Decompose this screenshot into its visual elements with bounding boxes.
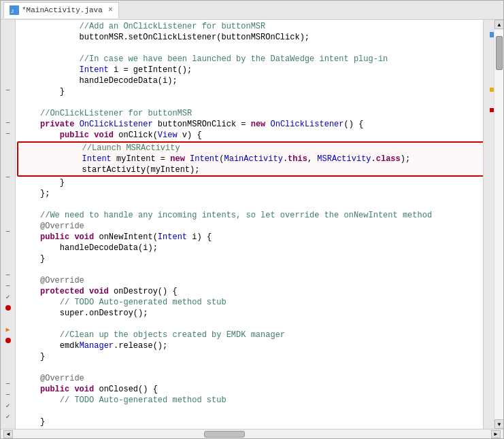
marker-cell: [1, 139, 15, 150]
h-scrollbar-thumb[interactable]: [204, 431, 245, 438]
marker-cell: −: [1, 270, 15, 281]
tab-close-button[interactable]: ×: [108, 5, 113, 15]
scroll-left-button[interactable]: ◀: [3, 430, 13, 438]
code-line: //In case we have been launched by the D…: [16, 54, 483, 65]
marker-cell: −: [1, 172, 15, 183]
marker-cell: ▶: [1, 324, 15, 335]
marker-cell: [1, 41, 15, 52]
code-line: Intent i = getIntent();: [16, 65, 483, 75]
marker-cell: [1, 302, 15, 313]
code-line: };: [16, 188, 483, 199]
horizontal-scrollbar[interactable]: [13, 430, 491, 438]
marker-cell: [1, 150, 15, 161]
marker-cell: [1, 63, 15, 74]
marker-cell: [1, 368, 15, 379]
marker-cell: −: [1, 281, 15, 292]
side-panel: [483, 20, 494, 429]
code-line: public void onNewIntent(Intent i) {: [16, 232, 483, 243]
code-line: }: [16, 86, 483, 97]
code-line: [16, 264, 483, 275]
tab-label: *MainActivity.java: [22, 6, 103, 14]
code-line: // TODO Auto-generated method stub: [16, 297, 483, 308]
marker-cell: [1, 107, 15, 118]
marker-cell: −: [1, 379, 15, 389]
code-line: handleDecodeData(i);: [16, 243, 483, 253]
code-line: Intent myIntent = new Intent(MainActivit…: [18, 154, 483, 164]
code-line: @Override: [16, 275, 483, 286]
marker-cell: −: [1, 118, 15, 128]
code-line: [16, 406, 483, 417]
tab-bar: J *MainActivity.java ×: [1, 1, 503, 20]
code-line: [16, 319, 483, 330]
code-line: [16, 97, 483, 108]
code-area[interactable]: //Add an OnClickListener for buttonMSR b…: [16, 20, 483, 429]
code-line: protected void onDestroy() {: [16, 286, 483, 297]
bottom-bar: ◀ ▶: [1, 429, 503, 438]
code-line: public void onClosed() {: [16, 384, 483, 395]
marker-cell: ✓: [1, 411, 15, 422]
editor-tab[interactable]: J *MainActivity.java ×: [3, 2, 119, 18]
code-line: //Clean up the objects created by EMDK m…: [16, 330, 483, 340]
code-line: }: [16, 253, 483, 264]
svg-text:J: J: [11, 8, 14, 14]
code-line: @Override: [16, 221, 483, 232]
code-line: super.onDestroy();: [16, 308, 483, 319]
marker-cell: [1, 52, 15, 63]
marker-cell: [1, 31, 15, 41]
marker-cell: [1, 20, 15, 31]
marker-cell: [1, 335, 15, 346]
marker-cell: ✓: [1, 400, 15, 411]
marker-cell: [1, 237, 15, 248]
code-line: }: [16, 351, 483, 362]
scroll-up-button[interactable]: ▲: [494, 20, 503, 29]
scroll-right-button[interactable]: ▶: [491, 430, 501, 438]
marker-cell: −: [1, 226, 15, 237]
code-content: //Add an OnClickListener for buttonMSR b…: [16, 21, 483, 429]
code-line: [16, 362, 483, 373]
scroll-down-button[interactable]: ▼: [494, 419, 503, 429]
highlighted-block: //Launch MSRActivity Intent myIntent = n…: [17, 141, 483, 177]
code-line: emdkManager.release();: [16, 340, 483, 351]
marker-cell: [1, 161, 15, 172]
scrollbar-thumb[interactable]: [496, 36, 503, 70]
code-line: }: [16, 417, 483, 427]
code-line: }: [16, 177, 483, 188]
code-line: handleDecodeData(i);: [16, 75, 483, 86]
marker-cell: [1, 357, 15, 368]
code-line: startActivity(myIntent);: [18, 164, 483, 175]
code-line: [16, 43, 483, 54]
left-markers: −−−−−−−✓▶−−✓✓: [1, 20, 16, 429]
code-line: // TODO Auto-generated method stub: [16, 395, 483, 406]
marker-cell: −: [1, 85, 15, 96]
marker-cell: [1, 313, 15, 324]
marker-cell: [1, 74, 15, 85]
marker-cell: −: [1, 128, 15, 139]
editor-window: J *MainActivity.java × −−−−−−−✓▶−−✓✓ //A…: [0, 0, 504, 439]
code-line: //Launch MSRActivity: [18, 143, 483, 154]
code-line: buttonMSR.setOnClickListener(buttonMSROn…: [16, 32, 483, 43]
code-line: private OnClickListener buttonMSROnClick…: [16, 119, 483, 130]
editor-body: −−−−−−−✓▶−−✓✓ //Add an OnClickListener f…: [1, 20, 503, 429]
code-line: //OnClickListener for buttonMSR: [16, 108, 483, 119]
code-line: @Override: [16, 373, 483, 384]
marker-cell: [1, 259, 15, 270]
marker-cell: [1, 96, 15, 107]
marker-cell: −: [1, 389, 15, 400]
code-line: //We need to handle any incoming intents…: [16, 210, 483, 221]
code-line: //Add an OnClickListener for buttonMSR: [16, 21, 483, 32]
java-file-icon: J: [10, 5, 19, 15]
marker-cell: [1, 215, 15, 226]
code-line: [16, 199, 483, 210]
marker-cell: [1, 183, 15, 194]
marker-cell: [1, 248, 15, 259]
code-line: public void onClick(View v) {: [16, 130, 483, 141]
marker-cell: ✓: [1, 292, 15, 302]
marker-cell: [1, 205, 15, 215]
marker-cell: [1, 346, 15, 357]
marker-cell: [1, 194, 15, 205]
vertical-scrollbar[interactable]: ▲ ▼: [494, 20, 503, 429]
